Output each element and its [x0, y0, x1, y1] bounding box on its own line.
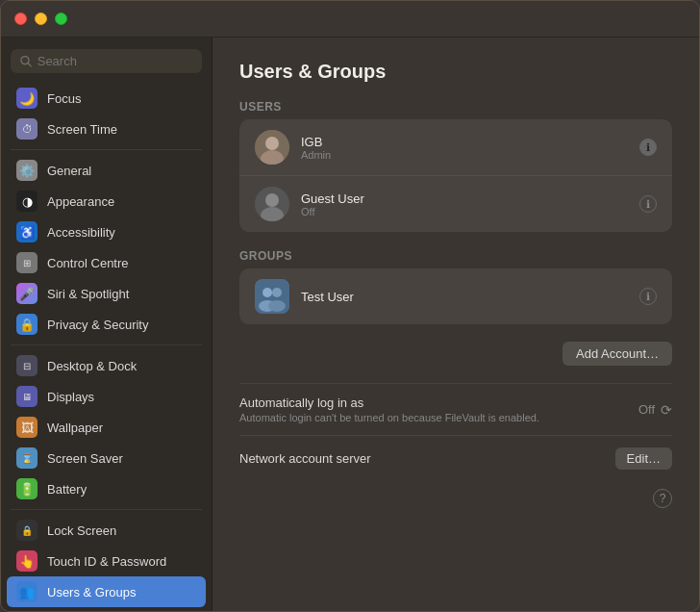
battery-icon: 🔋: [16, 478, 38, 499]
sidebar-item-privacy[interactable]: 🔒 Privacy & Security: [7, 309, 206, 340]
divider-2: [11, 344, 202, 345]
sidebar-item-label: Appearance: [47, 194, 114, 209]
sidebar-item-siri[interactable]: 🎤 Siri & Spotlight: [7, 278, 206, 309]
wallpaper-icon: 🖼: [16, 417, 38, 438]
sidebar-item-battery[interactable]: 🔋 Battery: [7, 473, 206, 504]
network-account-title: Network account server: [239, 451, 615, 466]
edit-button[interactable]: Edit…: [615, 447, 672, 470]
desktopdock-icon: ⊟: [16, 355, 38, 376]
user-avatar-svg: [255, 130, 289, 165]
table-row: IGB Admin ℹ: [239, 119, 672, 175]
add-account-row: Add Account…: [239, 342, 672, 366]
guest-avatar-svg: [255, 187, 289, 221]
user-subtitle: Off: [301, 206, 628, 217]
user-info: Guest User Off: [301, 191, 628, 217]
add-account-button[interactable]: Add Account…: [562, 342, 672, 366]
users-card: IGB Admin ℹ Guest User: [239, 119, 672, 232]
svg-line-1: [28, 64, 31, 66]
sidebar-item-displays[interactable]: 🖥 Displays: [7, 381, 206, 412]
auto-login-status: Off: [638, 402, 655, 417]
screentime-icon: ⏱: [16, 118, 38, 140]
sidebar-item-wallpaper[interactable]: 🖼 Wallpaper: [7, 412, 206, 443]
divider-3: [11, 509, 202, 510]
auto-login-label: Automatically log in as Automatic login …: [239, 395, 638, 423]
toggle-icon[interactable]: ⟳: [661, 402, 672, 418]
groups-section-label: Groups: [239, 249, 672, 263]
table-row: Guest User Off ℹ: [239, 175, 672, 232]
sidebar-item-screensaver[interactable]: ⌛ Screen Saver: [7, 443, 206, 473]
search-icon: [20, 55, 32, 67]
sidebar-item-passwords[interactable]: 🔑 Passwords: [7, 607, 206, 611]
network-account-row: Network account server Edit…: [239, 435, 672, 481]
sidebar-item-lockscreen[interactable]: 🔒 Lock Screen: [7, 515, 206, 546]
sidebar-item-focus[interactable]: 🌙 Focus: [7, 83, 206, 114]
avatar: [255, 187, 289, 221]
maximize-button[interactable]: [55, 13, 67, 25]
user-name: Test User: [301, 290, 628, 304]
user-subtitle: Admin: [301, 149, 628, 161]
info-button[interactable]: ℹ: [639, 139, 657, 156]
auto-login-subtitle: Automatic login can't be turned on becau…: [239, 412, 638, 423]
displays-icon: 🖥: [16, 386, 38, 407]
sidebar-item-touchid[interactable]: 👆 Touch ID & Password: [7, 546, 206, 576]
help-icon[interactable]: ?: [653, 489, 672, 508]
avatar: [255, 130, 289, 165]
svg-point-10: [272, 288, 282, 297]
sidebar-item-label: Siri & Spotlight: [47, 287, 129, 301]
sidebar-item-label: Users & Groups: [47, 585, 136, 599]
touchid-icon: 👆: [16, 550, 38, 572]
sidebar-item-usersgroups[interactable]: 👥 Users & Groups: [7, 576, 206, 607]
siri-icon: 🎤: [16, 283, 38, 304]
accessibility-icon: ♿: [16, 221, 38, 242]
info-button[interactable]: ℹ: [639, 195, 657, 213]
sidebar-item-desktopdock[interactable]: ⊟ Desktop & Dock: [7, 350, 206, 381]
controlcentre-icon: ⊞: [16, 252, 38, 273]
svg-point-9: [262, 288, 272, 297]
page-title: Users & Groups: [239, 61, 672, 83]
close-button[interactable]: [14, 13, 27, 25]
search-input[interactable]: [38, 54, 192, 68]
sidebar-item-label: Battery: [47, 482, 87, 497]
sidebar-item-label: Accessibility: [47, 225, 115, 240]
sidebar-item-label: Wallpaper: [47, 421, 103, 435]
sidebar-item-label: Lock Screen: [47, 523, 116, 538]
screensaver-icon: ⌛: [16, 447, 38, 469]
auto-login-row: Automatically log in as Automatic login …: [239, 383, 672, 435]
sidebar-item-screentime[interactable]: ⏱ Screen Time: [7, 114, 206, 144]
info-button[interactable]: ℹ: [639, 288, 657, 305]
usersgroups-icon: 👥: [16, 581, 38, 602]
content: 🌙 Focus ⏱ Screen Time ⚙️ General ◑ Appea…: [1, 38, 699, 611]
general-icon: ⚙️: [16, 160, 38, 181]
auto-login-title: Automatically log in as: [239, 395, 638, 410]
svg-point-12: [268, 300, 286, 312]
svg-point-3: [265, 137, 279, 150]
sidebar-item-label: Displays: [47, 390, 94, 404]
divider-1: [11, 149, 202, 150]
users-section-label: Users: [239, 100, 672, 114]
sidebar-item-general[interactable]: ⚙️ General: [7, 155, 206, 186]
appearance-icon: ◑: [16, 191, 38, 212]
sidebar-item-label: Focus: [47, 91, 81, 106]
sidebar-item-label: Touch ID & Password: [47, 554, 166, 569]
sidebar-item-label: Screen Time: [47, 122, 117, 137]
minimize-button[interactable]: [35, 13, 47, 25]
sidebar-item-controlcentre[interactable]: ⊞ Control Centre: [7, 247, 206, 278]
search-box[interactable]: [11, 49, 202, 73]
sidebar-item-label: Screen Saver: [47, 451, 123, 466]
user-info: IGB Admin: [301, 135, 628, 161]
help-row: ?: [239, 489, 672, 508]
title-bar: [1, 1, 699, 38]
auto-login-control: Off ⟳: [638, 402, 672, 418]
sidebar-item-label: Desktop & Dock: [47, 359, 137, 373]
sidebar-item-appearance[interactable]: ◑ Appearance: [7, 186, 206, 217]
main-content: Users & Groups Users IGB Admin: [212, 38, 699, 611]
avatar: [255, 279, 289, 314]
focus-icon: 🌙: [16, 88, 38, 109]
sidebar-item-label: Privacy & Security: [47, 318, 148, 332]
groups-card: Test User ℹ: [239, 268, 672, 324]
svg-point-6: [265, 193, 279, 207]
sidebar-item-accessibility[interactable]: ♿ Accessibility: [7, 217, 206, 247]
user-name: IGB: [301, 135, 628, 149]
privacy-icon: 🔒: [16, 314, 38, 335]
sidebar: 🌙 Focus ⏱ Screen Time ⚙️ General ◑ Appea…: [1, 38, 212, 611]
